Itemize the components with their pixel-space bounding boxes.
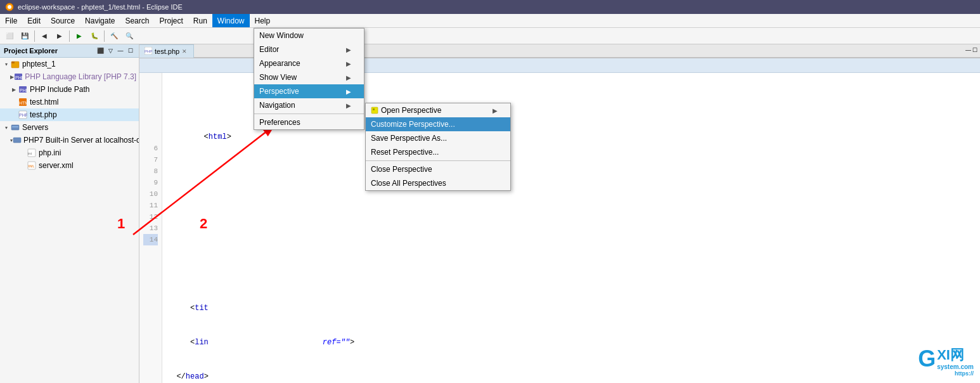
svg-text:HTM: HTM bbox=[19, 101, 27, 105]
menu-perspective[interactable]: Perspective ▶ bbox=[254, 84, 364, 98]
title-text: eclipse-workspace - phptest_1/test.html … bbox=[18, 3, 183, 11]
menu-edit[interactable]: Edit bbox=[22, 14, 46, 27]
sidebar: Project Explorer ⬛ ▽ — ☐ ▾ phptest_1 ▶ bbox=[0, 44, 139, 383]
appearance-arrow: ▶ bbox=[346, 60, 351, 67]
toolbar-search[interactable]: 🔍 bbox=[122, 29, 136, 43]
svg-text:XML: XML bbox=[28, 164, 35, 168]
menu-navigate[interactable]: Navigate bbox=[80, 14, 120, 27]
tree-label-server-xml: server.xml bbox=[39, 161, 74, 170]
menu-run[interactable]: Run bbox=[188, 14, 212, 27]
svg-point-1 bbox=[8, 5, 11, 9]
sidebar-header: Project Explorer ⬛ ▽ — ☐ bbox=[0, 44, 139, 58]
toolbar-sep-1 bbox=[34, 30, 35, 42]
eclipse-icon bbox=[5, 3, 14, 11]
menu-help[interactable]: Help bbox=[250, 14, 276, 27]
menu-customize-perspective[interactable]: Customize Perspective... bbox=[366, 117, 510, 131]
menu-new-window[interactable]: New Window bbox=[254, 29, 364, 42]
sidebar-menu-icon[interactable]: ▽ bbox=[106, 46, 115, 55]
toolbar-sep-3 bbox=[104, 30, 105, 42]
window-menu-sep bbox=[254, 114, 364, 114]
perspective-menu-sep bbox=[366, 160, 510, 161]
tree-item-servers[interactable]: ▾ Servers bbox=[0, 121, 139, 134]
svg-text:PHP: PHP bbox=[20, 88, 27, 93]
watermark: G XI网 system.com https:// bbox=[918, 347, 974, 377]
toolbar-debug[interactable]: 🐛 bbox=[87, 29, 101, 43]
tree-item-php-ini[interactable]: ▶ ini php.ini bbox=[0, 146, 139, 159]
menu-close-all-perspectives[interactable]: Close All Perspectives bbox=[366, 176, 510, 190]
tree-label-test-html: test.html bbox=[30, 98, 58, 107]
tree-item-test-php[interactable]: ▶ PHP test.php bbox=[0, 108, 139, 121]
menu-search[interactable]: Search bbox=[120, 14, 154, 27]
menu-source[interactable]: Source bbox=[46, 14, 80, 27]
tree-label-phptest: phptest_1 bbox=[22, 60, 56, 68]
tree-item-php-lib[interactable]: ▶ PHP PHP Language Library [PHP 7.3] bbox=[0, 70, 139, 83]
tree-arrow-include: ▶ bbox=[10, 86, 18, 93]
main-layout: Project Explorer ⬛ ▽ — ☐ ▾ phptest_1 ▶ bbox=[0, 44, 980, 383]
server-icon bbox=[13, 135, 22, 145]
sidebar-minimize-icon[interactable]: — bbox=[116, 46, 125, 55]
toolbar-new[interactable]: ⬜ bbox=[3, 29, 16, 43]
watermark-sub: system.com bbox=[937, 363, 974, 370]
menu-project[interactable]: Project bbox=[154, 14, 188, 27]
toolbar-forward[interactable]: ▶ bbox=[53, 29, 67, 43]
sidebar-maximize-icon[interactable]: ☐ bbox=[126, 46, 135, 55]
annotation-1: 1 bbox=[117, 216, 125, 232]
watermark-g: G bbox=[918, 347, 936, 370]
menu-window[interactable]: Window bbox=[212, 14, 250, 27]
menu-bar: File Edit Source Navigate Search Project… bbox=[0, 14, 980, 28]
svg-text:PHP: PHP bbox=[19, 113, 27, 117]
editor-minimize[interactable]: — bbox=[965, 47, 971, 53]
toolbar-save[interactable]: 💾 bbox=[18, 29, 32, 43]
sidebar-collapse-icon[interactable]: ⬛ bbox=[96, 46, 105, 55]
menu-preferences[interactable]: Preferences bbox=[254, 115, 364, 129]
annotation-2: 2 bbox=[200, 216, 207, 232]
editor-maximize[interactable]: ☐ bbox=[972, 47, 977, 53]
code-line: <lin ref=""> bbox=[167, 337, 474, 348]
tree-item-server-xml[interactable]: ▶ XML server.xml bbox=[0, 159, 139, 172]
menu-open-perspective[interactable]: Open Perspective ▶ bbox=[366, 103, 510, 117]
tab-close[interactable]: ✕ bbox=[182, 48, 187, 55]
menu-navigation[interactable]: Navigation ▶ bbox=[254, 98, 364, 112]
tree-item-phptest[interactable]: ▾ phptest_1 bbox=[0, 58, 139, 70]
tree-item-test-html[interactable]: ▶ HTM test.html bbox=[0, 96, 139, 108]
tree-item-php-include[interactable]: ▶ PHP PHP Include Path bbox=[0, 83, 139, 96]
php-include-icon: PHP bbox=[18, 84, 28, 94]
window-dropdown: New Window Editor ▶ Appearance ▶ Show Vi… bbox=[254, 28, 364, 130]
toolbar-sep-2 bbox=[69, 30, 70, 42]
menu-editor[interactable]: Editor ▶ bbox=[254, 42, 364, 56]
toolbar-run[interactable]: ▶ bbox=[72, 29, 86, 43]
sidebar-header-icons: ⬛ ▽ — ☐ bbox=[96, 46, 135, 55]
editor-arrow: ▶ bbox=[346, 46, 351, 53]
menu-show-view[interactable]: Show View ▶ bbox=[254, 70, 364, 84]
menu-reset-perspective[interactable]: Reset Perspective... bbox=[366, 145, 510, 159]
svg-rect-13 bbox=[12, 126, 18, 127]
code-line bbox=[167, 268, 474, 280]
menu-save-perspective[interactable]: Save Perspective As... bbox=[366, 131, 510, 145]
line-numbers: 6 7 8 9 10 11 12 13 14 bbox=[139, 73, 162, 383]
svg-text:PHP: PHP bbox=[145, 49, 152, 53]
editor-tab-php[interactable]: PHP test.php ✕ bbox=[139, 44, 194, 58]
tree-label-test-php: test.php bbox=[30, 110, 57, 119]
toolbar-back[interactable]: ◀ bbox=[37, 29, 51, 43]
menu-appearance[interactable]: Appearance ▶ bbox=[254, 56, 364, 70]
ini-icon: ini bbox=[27, 148, 37, 158]
title-bar: eclipse-workspace - phptest_1/test.html … bbox=[0, 0, 980, 14]
xml-icon: XML bbox=[27, 160, 37, 171]
tree-label-php-ini: php.ini bbox=[39, 148, 61, 157]
perspective-dropdown: Open Perspective ▶ Customize Perspective… bbox=[365, 103, 511, 191]
tree-item-php7-server[interactable]: ▾ PHP7 Built-in Server at localhost-conf… bbox=[0, 134, 139, 146]
svg-rect-14 bbox=[13, 138, 21, 143]
toolbar-build[interactable]: 🔨 bbox=[107, 29, 121, 43]
menu-file[interactable]: File bbox=[0, 14, 22, 27]
svg-text:PHP: PHP bbox=[15, 75, 23, 80]
menu-close-perspective[interactable]: Close Perspective bbox=[366, 162, 510, 176]
tree-label-php7-server: PHP7 Built-in Server at localhost-config bbox=[23, 136, 139, 145]
toolbar: ⬜ 💾 ◀ ▶ ▶ 🐛 🔨 🔍 bbox=[0, 28, 980, 44]
tab-label: test.php bbox=[155, 48, 179, 55]
watermark-text: XI网 bbox=[937, 347, 974, 363]
php-lib-icon: PHP bbox=[14, 72, 23, 82]
tree-label-php-include: PHP Include Path bbox=[30, 85, 90, 94]
tree-label-servers: Servers bbox=[22, 123, 48, 132]
code-line bbox=[167, 234, 474, 245]
code-line: <tit bbox=[167, 302, 474, 314]
